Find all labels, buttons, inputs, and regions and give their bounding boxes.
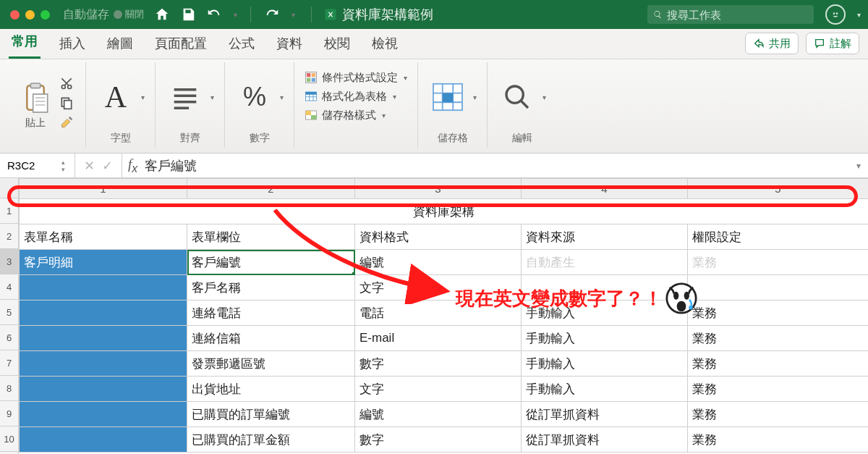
tab-formulas[interactable]: 公式 — [226, 28, 258, 59]
maximize-window-icon[interactable] — [41, 10, 50, 20]
cell[interactable]: 表單欄位 — [187, 224, 355, 250]
undo-icon[interactable] — [206, 7, 222, 22]
cell[interactable]: 從訂單抓資料 — [522, 402, 688, 427]
select-all-corner[interactable] — [0, 178, 19, 198]
cell[interactable]: 業務 — [688, 326, 869, 351]
cell[interactable] — [522, 275, 688, 300]
cell[interactable]: 數字 — [355, 427, 522, 453]
tab-insert[interactable]: 插入 — [56, 28, 88, 59]
formula-expand-icon[interactable]: ▾ — [856, 161, 868, 171]
copy-icon[interactable] — [59, 96, 75, 113]
row-header[interactable]: 2 — [0, 224, 19, 249]
tab-page-layout[interactable]: 頁面配置 — [152, 28, 210, 59]
cell[interactable]: 連絡信箱 — [187, 326, 355, 351]
cell[interactable]: 電話 — [355, 300, 522, 326]
cell[interactable]: 從訂單抓資料 — [522, 427, 688, 453]
worksheet-grid[interactable]: 1 2 3 4 5 6 7 8 9 10 11 1 2 3 4 5 資料庫架構 … — [0, 178, 868, 454]
cell[interactable]: 手動輸入 — [522, 351, 688, 377]
col-header[interactable]: 5 — [688, 179, 869, 199]
cell[interactable] — [20, 377, 187, 402]
col-header[interactable]: 2 — [187, 179, 355, 199]
confirm-edit-icon[interactable]: ✓ — [102, 158, 113, 174]
redo-dropdown-icon[interactable]: ▾ — [292, 11, 295, 19]
cell[interactable]: 已購買的訂單編號 — [187, 402, 355, 427]
search-input[interactable] — [667, 9, 807, 21]
cell[interactable]: 業務 — [688, 402, 869, 427]
cell[interactable] — [688, 275, 869, 300]
cut-icon[interactable] — [59, 76, 75, 93]
format-painter-icon[interactable] — [59, 115, 75, 134]
save-icon[interactable] — [180, 7, 196, 22]
cell[interactable]: 文字 — [355, 275, 522, 300]
cell[interactable]: 編號 — [355, 402, 522, 427]
edit-button[interactable] — [498, 79, 537, 115]
row-header[interactable]: 5 — [0, 300, 19, 325]
cell[interactable]: 表單名稱 — [20, 224, 187, 250]
cell[interactable]: 業務 — [688, 377, 869, 402]
cell[interactable]: 連絡電話 — [187, 300, 355, 326]
undo-dropdown-icon[interactable]: ▾ — [234, 11, 237, 19]
cell[interactable] — [20, 326, 187, 351]
cell[interactable]: 數字 — [355, 351, 522, 377]
cells-button[interactable] — [428, 79, 467, 115]
close-window-icon[interactable] — [10, 10, 20, 20]
number-button[interactable]: % — [235, 79, 274, 115]
row-header[interactable]: 10 — [0, 426, 19, 452]
paste-button[interactable]: 貼上 — [16, 80, 55, 131]
row-header[interactable]: 6 — [0, 325, 19, 350]
share-button[interactable]: 共用 — [745, 33, 799, 54]
cell[interactable]: E-mail — [355, 326, 522, 351]
namebox-stepper[interactable]: ▴▾ — [61, 159, 73, 173]
row-header[interactable]: 4 — [0, 274, 19, 300]
row-header[interactable]: 9 — [0, 401, 19, 426]
font-dropdown-icon[interactable]: ▾ — [141, 93, 145, 101]
tab-data[interactable]: 資料 — [273, 28, 305, 59]
cell[interactable] — [20, 300, 187, 326]
comment-button[interactable]: 註解 — [806, 33, 859, 54]
cell-active[interactable]: 客戶編號 — [187, 250, 355, 275]
cell[interactable]: 權限設定 — [688, 224, 869, 250]
edit-dropdown-icon[interactable]: ▾ — [542, 93, 546, 101]
cell[interactable]: 已購買的訂單金額 — [187, 427, 355, 453]
conditional-format-button[interactable]: 條件式格式設定▾ — [305, 68, 407, 87]
cell[interactable]: 手動輸入 — [522, 377, 688, 402]
cell[interactable]: 業務 — [688, 427, 869, 453]
autosave-toggle[interactable]: 關閉 — [114, 8, 144, 21]
tab-view[interactable]: 檢視 — [369, 28, 401, 59]
cell-styles-button[interactable]: 儲存格樣式▾ — [305, 106, 386, 125]
redo-icon[interactable] — [264, 7, 280, 22]
col-header[interactable]: 1 — [20, 179, 187, 199]
row-header[interactable]: 7 — [0, 350, 19, 376]
cell[interactable]: 客戶明細 — [20, 250, 187, 275]
cell[interactable] — [20, 402, 187, 427]
number-dropdown-icon[interactable]: ▾ — [280, 93, 284, 101]
cell[interactable]: 業務 — [688, 300, 869, 326]
format-as-table-button[interactable]: 格式化為表格▾ — [305, 87, 396, 106]
cancel-edit-icon[interactable]: ✕ — [84, 158, 95, 174]
search-sheets[interactable] — [647, 5, 814, 24]
cell[interactable]: 業務 — [688, 250, 869, 275]
cell[interactable]: 自動產生 — [522, 250, 688, 275]
name-box[interactable]: R3C2 ▴▾ — [0, 154, 75, 177]
cell[interactable]: 發票郵遞區號 — [187, 351, 355, 377]
formula-content[interactable]: 客戶編號 — [143, 157, 197, 175]
cell[interactable]: 資料格式 — [355, 224, 522, 250]
cell[interactable]: 手動輸入 — [522, 326, 688, 351]
cell[interactable]: 資料來源 — [522, 224, 688, 250]
cells-dropdown-icon[interactable]: ▾ — [473, 93, 477, 101]
row-header[interactable]: 8 — [0, 376, 19, 401]
row-header[interactable]: 3 — [0, 249, 19, 274]
cell[interactable]: 編號 — [355, 250, 522, 275]
align-button[interactable] — [166, 79, 205, 115]
fx-icon[interactable]: fx — [122, 156, 143, 175]
minimize-window-icon[interactable] — [25, 10, 35, 20]
col-header[interactable]: 3 — [355, 179, 522, 199]
cell[interactable]: 業務 — [688, 351, 869, 377]
row-header[interactable]: 1 — [0, 198, 19, 224]
tab-draw[interactable]: 繪圖 — [104, 28, 136, 59]
account-dropdown-icon[interactable]: ▾ — [857, 11, 861, 19]
cell[interactable]: 出貨地址 — [187, 377, 355, 402]
align-dropdown-icon[interactable]: ▾ — [210, 93, 214, 101]
cell[interactable] — [20, 427, 187, 453]
cell[interactable] — [20, 275, 187, 300]
